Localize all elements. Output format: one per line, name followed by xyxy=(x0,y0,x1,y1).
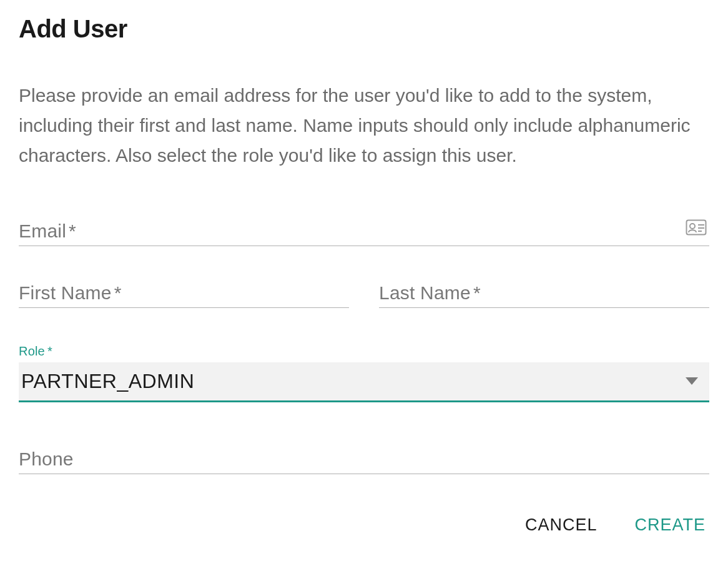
create-button[interactable]: CREATE xyxy=(633,512,707,539)
email-label: Email xyxy=(19,221,66,242)
name-row: First Name* Last Name* xyxy=(19,282,709,339)
phone-label: Phone xyxy=(19,449,74,470)
role-label: Role xyxy=(19,344,45,359)
email-field[interactable]: Email* xyxy=(19,221,709,246)
role-field: Role* PARTNER_ADMIN xyxy=(19,344,709,406)
role-select[interactable]: PARTNER_ADMIN xyxy=(19,362,709,402)
svg-marker-5 xyxy=(686,377,698,385)
last-name-field[interactable]: Last Name* xyxy=(379,282,709,308)
last-name-required-mark: * xyxy=(473,282,481,303)
first-name-label: First Name xyxy=(19,282,112,304)
phone-field[interactable]: Phone xyxy=(19,449,709,474)
contact-card-icon xyxy=(686,219,707,238)
chevron-down-icon xyxy=(686,376,698,387)
cancel-button[interactable]: CANCEL xyxy=(524,512,599,539)
dialog-actions: CANCEL CREATE xyxy=(19,512,709,539)
dialog-title: Add User xyxy=(19,15,709,43)
first-name-required-mark: * xyxy=(114,282,122,303)
email-required-mark: * xyxy=(69,221,76,241)
svg-point-1 xyxy=(690,224,695,229)
role-select-value: PARTNER_ADMIN xyxy=(21,370,194,393)
add-user-dialog: Add User Please provide an email address… xyxy=(0,0,728,545)
first-name-field[interactable]: First Name* xyxy=(19,282,349,308)
dialog-description: Please provide an email address for the … xyxy=(19,81,706,171)
role-required-mark: * xyxy=(47,344,52,358)
last-name-label: Last Name xyxy=(379,282,471,304)
